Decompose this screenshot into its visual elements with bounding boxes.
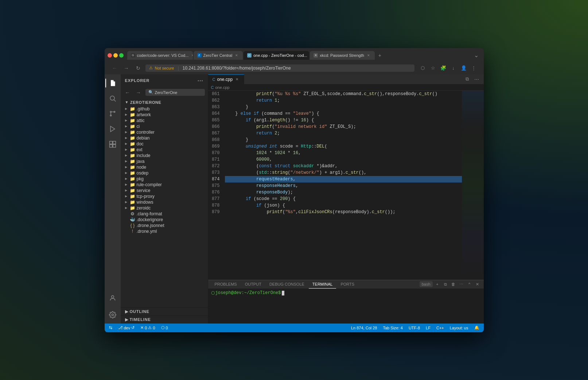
tree-item-attic[interactable]: ▶ 📁 attic <box>121 118 208 124</box>
folder-icon: 📁 <box>130 188 135 193</box>
tree-item-pkg[interactable]: ▶ 📁 pkg <box>121 176 208 182</box>
folder-icon: 📁 <box>130 106 135 111</box>
tab1-favicon: G <box>131 53 135 58</box>
outline-section: ▶ OUTLINE <box>121 307 208 316</box>
sidebar-search[interactable]: 🔍 ZeroTierOne <box>145 89 205 96</box>
outline-label: OUTLINE <box>129 309 149 314</box>
download-icon[interactable]: ↓ <box>449 64 457 72</box>
panel-maximize-btn[interactable]: ^ <box>466 281 473 287</box>
window-close-btn[interactable]: ✕ <box>108 53 112 58</box>
browser-tab-3[interactable]: C one.cpp - ZeroTierOne - cod... ✕ <box>244 51 309 60</box>
browser-tab-1[interactable]: G coder/code-server: VS Cod... ✕ <box>127 51 193 60</box>
outline-header[interactable]: ▶ OUTLINE <box>121 308 208 316</box>
tree-item-include[interactable]: ▶ 📁 include <box>121 153 208 158</box>
tree-item-clang-format[interactable]: ⚙ .clang-format <box>121 211 208 217</box>
language-status[interactable]: C++ <box>435 326 445 330</box>
panel-tab-terminal[interactable]: TERMINAL <box>309 280 336 289</box>
tab-size-status[interactable]: Tab Size: 4 <box>382 326 404 330</box>
share-icon[interactable]: ⬡ <box>419 64 427 72</box>
forward-button[interactable]: → <box>122 64 131 73</box>
new-tab-button[interactable]: + <box>375 51 384 60</box>
item-label: pkg <box>137 176 144 181</box>
layout-status[interactable]: Layout: us <box>448 326 470 330</box>
browser-tab-2[interactable]: Z ZeroTier Central ✕ <box>194 51 243 60</box>
trash-terminal-btn[interactable]: 🗑 <box>450 281 457 287</box>
bookmark-icon[interactable]: ☆ <box>429 64 437 72</box>
tree-item-zeroidc[interactable]: ▶ 📁 zeroidc <box>121 205 208 211</box>
tabs-container: G coder/code-server: VS Cod... ✕ Z ZeroT… <box>127 51 471 60</box>
window-min-btn[interactable] <box>113 53 118 58</box>
tree-item-rule-compiler[interactable]: ▶ 📁 rule-compiler <box>121 182 208 188</box>
line-ending-status[interactable]: LF <box>424 326 432 330</box>
tree-item-node[interactable]: ▶ 📁 node <box>121 164 208 170</box>
panel-more-btn[interactable]: ⋯ <box>458 281 465 287</box>
editor-tab-one-cpp[interactable]: C one.cpp ✕ <box>208 74 245 84</box>
tree-item-windows[interactable]: ▶ 📁 windows <box>121 199 208 205</box>
back-button[interactable]: ← <box>110 64 119 73</box>
item-label: ci <box>137 124 140 129</box>
panel-tab-output[interactable]: OUTPUT <box>241 280 265 288</box>
tree-item-drone-yml[interactable]: ! .drone.yml <box>121 228 208 234</box>
menu-icon[interactable]: ⋮ <box>470 64 478 72</box>
tree-item-debian[interactable]: ▶ 📁 debian <box>121 135 208 141</box>
sidebar-forward-btn[interactable]: → <box>135 89 143 97</box>
split-terminal-btn[interactable]: ⧉ <box>442 281 449 287</box>
activity-extensions-icon[interactable] <box>105 137 120 152</box>
activity-search-icon[interactable] <box>105 91 120 106</box>
tree-item-dockerignore[interactable]: 🐳 .dockerignore <box>121 217 208 223</box>
tree-item-ci[interactable]: ▶ 📁 ci <box>121 124 208 129</box>
activity-run-icon[interactable] <box>105 122 120 136</box>
activity-files-icon[interactable] <box>105 76 120 90</box>
activity-account-icon[interactable] <box>105 291 120 305</box>
code-editor[interactable]: 861 862 863 864 865 866 867 868 869 870 … <box>208 91 462 280</box>
tree-item-service[interactable]: ▶ 📁 service <box>121 188 208 193</box>
tab-overflow-btn[interactable]: ⌄ <box>472 51 481 60</box>
editor-tab-close-btn[interactable]: ✕ <box>234 77 240 82</box>
bash-shell-btn[interactable]: bash <box>420 281 433 287</box>
window-max-btn[interactable] <box>119 53 124 58</box>
remote-indicator[interactable]: ⇆ <box>108 325 114 330</box>
panel-tab-debug-console[interactable]: DEBUG CONSOLE <box>266 280 308 288</box>
tree-item-artwork[interactable]: ▶ 📁 artwork <box>121 112 208 118</box>
panel-tab-problems[interactable]: PROBLEMS <box>211 280 241 288</box>
notification-bell[interactable]: 🔔 <box>473 325 481 330</box>
extension-icon[interactable]: 🧩 <box>439 64 447 72</box>
tab1-close[interactable]: ✕ <box>190 53 192 58</box>
tree-item-github[interactable]: ▶ 📁 .github <box>121 106 208 112</box>
tree-item-drone-jsonnet[interactable]: { } .drone.jsonnet <box>121 223 208 228</box>
browser-actions: ⬡ ☆ 🧩 ↓ 👤 ⋮ <box>419 64 478 72</box>
code-line-864: } else if (command == "leave") { <box>225 110 462 117</box>
position-status[interactable]: Ln 874, Col 28 <box>350 326 379 330</box>
terminal-prompt: ⬡ joseph@dev:~/ZeroTierOne$ <box>211 290 481 296</box>
tree-item-ext[interactable]: ▶ 📁 ext <box>121 147 208 153</box>
activity-settings-icon[interactable] <box>105 307 120 322</box>
errors-status[interactable]: ✕ 0 ⚠ 0 <box>139 325 156 330</box>
reload-button[interactable]: ↻ <box>134 64 143 73</box>
profile-icon[interactable]: 👤 <box>460 64 468 72</box>
activity-source-control-icon[interactable] <box>105 106 120 121</box>
address-bar: ← → ↻ ⚠ Not secure | 10.241.208.61:8080/… <box>108 62 481 74</box>
timeline-header[interactable]: ▶ TIMELINE <box>121 316 208 324</box>
panel-tab-ports[interactable]: PORTS <box>337 280 358 288</box>
new-terminal-btn[interactable]: + <box>434 281 441 287</box>
branch-status[interactable]: ⎇ dev ↺ <box>117 325 136 330</box>
root-folder-label[interactable]: ▼ ZEROTIERONE <box>121 99 208 106</box>
terminal-content[interactable]: ⬡ joseph@dev:~/ZeroTierOne$ <box>208 289 484 324</box>
sidebar-more-icon[interactable]: ⋯ <box>197 77 203 84</box>
tree-item-doc[interactable]: ▶ 📁 doc <box>121 141 208 147</box>
tree-item-controller[interactable]: ▶ 📁 controller <box>121 129 208 135</box>
url-bar[interactable]: ⚠ Not secure | 10.241.208.61:8080/?folde… <box>145 64 414 72</box>
remote-count[interactable]: ⬡ 0 <box>160 325 170 330</box>
file-icon: ⚙ <box>130 211 135 216</box>
tree-item-tcp-proxy[interactable]: ▶ 📁 tcp-proxy <box>121 193 208 199</box>
browser-tab-4[interactable]: X xkcd: Password Strength ✕ <box>310 51 375 60</box>
tab2-close[interactable]: ✕ <box>234 53 239 58</box>
split-editor-icon[interactable]: ⧉ <box>463 75 471 83</box>
more-actions-icon[interactable]: ⋯ <box>473 75 481 83</box>
panel-close-btn[interactable]: ✕ <box>474 281 481 287</box>
tree-item-osdep[interactable]: ▶ 📁 osdep <box>121 170 208 176</box>
tree-item-java[interactable]: ▶ 📁 java <box>121 158 208 164</box>
tab4-close[interactable]: ✕ <box>366 53 371 58</box>
encoding-status[interactable]: UTF-8 <box>407 326 421 330</box>
sidebar-back-btn[interactable]: ← <box>124 89 132 97</box>
